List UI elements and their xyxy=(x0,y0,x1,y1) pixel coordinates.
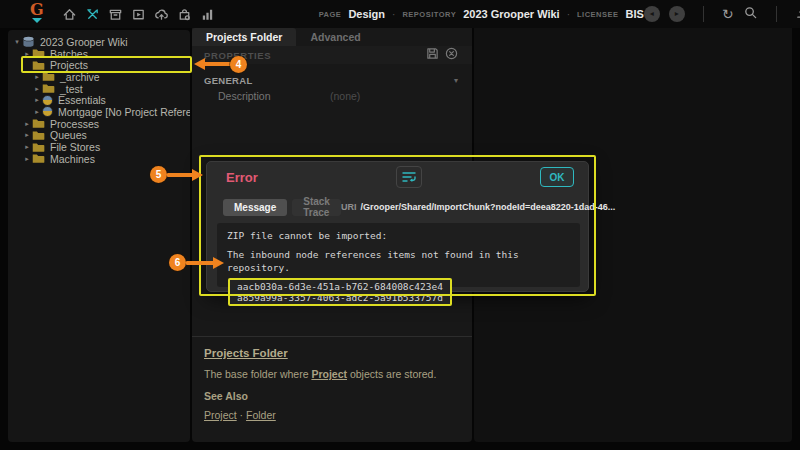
project-icon xyxy=(42,106,53,117)
database-node-icon xyxy=(22,36,35,48)
back-button[interactable]: ◂ xyxy=(644,6,660,22)
dialog-title: Error xyxy=(226,170,258,185)
expand-arrow-icon[interactable]: ▸ xyxy=(22,143,32,151)
word-wrap-button[interactable] xyxy=(396,166,422,188)
tree-item-batches[interactable]: ▸ Batches xyxy=(8,48,190,60)
grooper-logo[interactable]: G xyxy=(30,2,44,26)
guid-value: a859a99a-3357-4063-adc2-5a91b533757d xyxy=(237,292,443,303)
divider xyxy=(776,6,777,22)
tree-item-projects[interactable]: Projects xyxy=(8,59,190,71)
expand-arrow-icon[interactable]: ▸ xyxy=(32,108,42,116)
expand-arrow-icon[interactable]: ▸ xyxy=(22,155,32,163)
error-message-line: ZIP file cannot be imported: xyxy=(227,229,570,242)
tree-item-label: Batches xyxy=(50,48,88,60)
app-window: G PAGE Design · REPOSITORY 2023 Grooper … xyxy=(0,0,800,450)
tree-item-label: Essentials xyxy=(58,94,106,106)
expand-arrow-icon[interactable]: ▸ xyxy=(32,73,42,81)
dialog-header: Error OK xyxy=(207,162,588,192)
separator-dot: · xyxy=(392,9,395,20)
error-message-body: ZIP file cannot be imported: The inbound… xyxy=(217,223,580,287)
forward-button[interactable]: ▸ xyxy=(669,6,685,22)
project-icon xyxy=(42,95,53,106)
folder-icon xyxy=(32,118,45,129)
tree-item-file-stores[interactable]: ▸ File Stores xyxy=(8,141,190,153)
help-title: Projects Folder xyxy=(204,347,460,359)
expand-arrow-icon[interactable]: ▸ xyxy=(32,96,42,104)
expand-arrow-icon[interactable]: ▸ xyxy=(22,131,32,139)
uri-label: URI xyxy=(341,202,357,212)
tree-item-repository-root[interactable]: ▾ 2023 Grooper Wiki xyxy=(8,36,190,48)
tree-item-queues[interactable]: ▸ Queues xyxy=(8,130,190,142)
tree-item-label: File Stores xyxy=(50,141,100,153)
tree-item-mortgage[interactable]: ▸ Mortgage [No Project References] xyxy=(8,106,190,118)
panel-tabs: Projects Folder Advanced xyxy=(192,28,472,46)
tree-item-test[interactable]: ▸ _test xyxy=(8,83,190,95)
guid-value: aacb030a-6d3e-451a-b762-684008c423e4 xyxy=(237,281,443,292)
tree-item-machines[interactable]: ▸ Machines xyxy=(8,153,190,165)
batch-process-icon[interactable] xyxy=(131,7,146,22)
chevron-down-icon[interactable]: ▾ xyxy=(454,76,458,85)
error-message-line: The inbound node references items not fo… xyxy=(227,248,570,274)
see-also-label: See Also xyxy=(204,390,460,402)
tree-item-processes[interactable]: ▸ Processes xyxy=(8,118,190,130)
folder-icon xyxy=(42,83,55,94)
repository-value[interactable]: 2023 Grooper Wiki xyxy=(463,8,560,20)
tab-advanced[interactable]: Advanced xyxy=(296,28,374,46)
repository-label: REPOSITORY xyxy=(402,10,456,19)
folder-icon xyxy=(32,130,45,141)
link-separator: · xyxy=(240,409,244,421)
expand-arrow-icon[interactable]: ▸ xyxy=(22,50,32,58)
divider xyxy=(703,6,704,22)
node-tree-panel: ▾ 2023 Grooper Wiki ▸ Batches Projects ▸… xyxy=(8,30,190,442)
help-section: Projects Folder The base folder where Pr… xyxy=(192,336,472,421)
refresh-icon[interactable]: ↻ xyxy=(722,7,734,21)
tree-item-archive[interactable]: ▸ _archive xyxy=(8,71,190,83)
jobs-bag-icon[interactable] xyxy=(177,7,192,22)
see-also-links: Project · Folder xyxy=(204,409,460,421)
tab-projects-folder[interactable]: Projects Folder xyxy=(192,28,296,46)
expand-arrow-icon[interactable]: ▸ xyxy=(22,120,32,128)
help-body-text: The base folder where xyxy=(204,368,311,380)
ok-button[interactable]: OK xyxy=(540,167,574,187)
description-property-row[interactable]: Description (none) xyxy=(192,88,472,103)
tab-stack-trace[interactable]: Stack Trace xyxy=(292,199,341,216)
uri-field: URI/Grooper/Shared/ImportChunk?nodeId=de… xyxy=(341,202,615,212)
guid-highlight-box: aacb030a-6d3e-451a-b762-684008c423e4 a85… xyxy=(228,278,452,306)
page-label: PAGE xyxy=(319,10,342,19)
tree-item-essentials[interactable]: ▸ Essentials xyxy=(8,94,190,106)
folder-icon xyxy=(32,48,45,59)
tree-item-label: Projects xyxy=(50,59,88,71)
properties-toolbar: PROPERTIES xyxy=(192,46,472,64)
stats-chart-icon[interactable] xyxy=(200,7,215,22)
help-body: The base folder where Project objects ar… xyxy=(204,368,460,380)
tree-item-label: Queues xyxy=(50,129,87,141)
folder-icon xyxy=(32,153,45,164)
general-section-header[interactable]: GENERAL ▾ xyxy=(192,72,472,88)
separator-dot: · xyxy=(567,9,570,20)
tab-message[interactable]: Message xyxy=(223,199,287,216)
description-label: Description xyxy=(218,90,330,102)
licensee-label: LICENSEE xyxy=(577,10,619,19)
folder-link[interactable]: Folder xyxy=(246,409,276,421)
imports-cloud-icon[interactable] xyxy=(154,7,169,22)
description-value[interactable]: (none) xyxy=(330,90,360,102)
save-icon[interactable] xyxy=(426,46,439,64)
licensee-value: BIS xyxy=(626,8,644,20)
page-value[interactable]: Design xyxy=(348,8,385,20)
close-icon[interactable] xyxy=(445,46,458,64)
help-body-text: objects are stored. xyxy=(347,368,436,380)
home-icon[interactable] xyxy=(62,7,77,22)
project-link[interactable]: Project xyxy=(311,368,347,380)
uri-value: /Grooper/Shared/ImportChunk?nodeId=deea8… xyxy=(360,202,615,212)
project-link[interactable]: Project xyxy=(204,409,237,421)
batches-box-icon[interactable] xyxy=(108,7,123,22)
folder-icon xyxy=(42,71,55,82)
download-icon[interactable] xyxy=(795,5,800,24)
search-icon[interactable] xyxy=(743,5,758,24)
folder-icon xyxy=(32,142,45,153)
properties-label: PROPERTIES xyxy=(204,50,271,61)
design-tools-icon[interactable] xyxy=(85,7,100,22)
expand-arrow-icon[interactable]: ▸ xyxy=(32,85,42,93)
context-info: PAGE Design · REPOSITORY 2023 Grooper Wi… xyxy=(319,8,644,20)
expand-arrow-icon[interactable]: ▾ xyxy=(12,38,22,46)
